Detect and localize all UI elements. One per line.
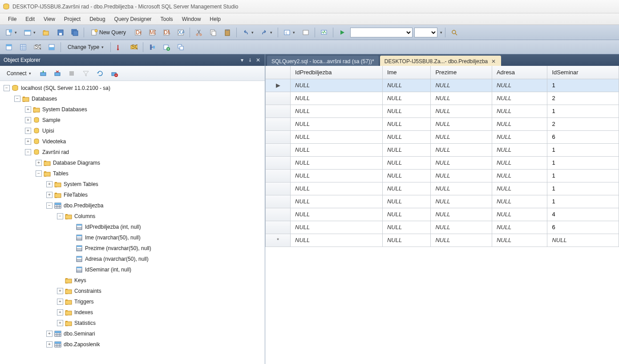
cell[interactable]: NULL bbox=[382, 169, 431, 182]
tree-zaposlenik[interactable]: +dbo.Zaposlenik bbox=[0, 339, 265, 350]
cell[interactable]: NULL bbox=[291, 195, 383, 208]
execute-sql-icon[interactable] bbox=[113, 42, 126, 53]
tree-col_id[interactable]: IdPredbiljezba (int, null) bbox=[0, 222, 265, 232]
cell[interactable]: 1 bbox=[547, 195, 619, 208]
tree-indexes[interactable]: +Indexes bbox=[0, 307, 265, 318]
cell[interactable]: NULL bbox=[492, 234, 547, 247]
cell[interactable]: NULL bbox=[291, 79, 383, 92]
cell[interactable]: 1 bbox=[547, 79, 619, 92]
expand-icon[interactable]: + bbox=[46, 181, 53, 187]
cell[interactable]: NULL bbox=[382, 143, 431, 156]
expand-icon[interactable]: + bbox=[46, 192, 53, 198]
col-header-idseminar[interactable]: IdSeminar bbox=[547, 66, 619, 79]
row-indicator[interactable] bbox=[266, 117, 291, 130]
tree-col_idsem[interactable]: IdSeminar (int, null) bbox=[0, 264, 265, 275]
delete-server-icon[interactable] bbox=[108, 68, 121, 79]
add-derived-table-icon[interactable] bbox=[174, 42, 187, 53]
tree-databases[interactable]: −Databases bbox=[0, 93, 265, 104]
show-results-pane-icon[interactable] bbox=[45, 42, 58, 53]
tree-sample[interactable]: +Sample bbox=[0, 115, 265, 125]
save-button[interactable] bbox=[54, 27, 67, 38]
redo-button[interactable]: ▾ bbox=[258, 27, 275, 38]
open-button[interactable] bbox=[40, 27, 53, 38]
row-indicator[interactable] bbox=[266, 182, 291, 195]
close-icon[interactable]: ✕ bbox=[255, 57, 261, 63]
menu-debug[interactable]: Debug bbox=[85, 14, 109, 24]
nav-back-button[interactable]: ▾ bbox=[281, 27, 298, 38]
undo-button[interactable]: ▾ bbox=[239, 27, 256, 38]
cell[interactable]: 6 bbox=[547, 130, 619, 143]
nav-fwd-button[interactable] bbox=[299, 27, 312, 38]
expand-icon[interactable]: + bbox=[25, 128, 31, 134]
cell[interactable]: NULL bbox=[492, 195, 547, 208]
table-row[interactable]: NULLNULLNULLNULL2 bbox=[266, 117, 619, 130]
cell[interactable]: NULL bbox=[492, 117, 547, 130]
dmx-query-icon[interactable]: DM bbox=[160, 27, 173, 38]
cell[interactable]: NULL bbox=[291, 169, 383, 182]
row-indicator[interactable] bbox=[266, 195, 291, 208]
show-diagram-pane-icon[interactable] bbox=[3, 42, 15, 53]
expand-icon[interactable]: + bbox=[36, 160, 42, 166]
change-type-button[interactable]: Change Type▾ bbox=[64, 42, 108, 52]
table-row[interactable]: NULLNULLNULLNULL1 bbox=[266, 105, 619, 117]
pin-icon[interactable] bbox=[247, 57, 253, 63]
cell[interactable]: NULL bbox=[382, 208, 431, 221]
table-row[interactable]: NULLNULLNULLNULL6 bbox=[266, 221, 619, 234]
cell[interactable]: NULL bbox=[492, 221, 547, 234]
tree-statistics[interactable]: +Statistics bbox=[0, 318, 265, 328]
cell[interactable]: NULL bbox=[382, 79, 431, 92]
cell[interactable]: NULL bbox=[492, 169, 547, 182]
table-row[interactable]: NULLNULLNULLNULL1 bbox=[266, 156, 619, 169]
row-indicator[interactable] bbox=[266, 221, 291, 234]
cell[interactable]: 2 bbox=[547, 117, 619, 130]
connect-server-icon[interactable] bbox=[37, 68, 49, 79]
document-tab-1[interactable]: DESKTOP-IJ5SBU8.Za...- dbo.Predbiljezba✕ bbox=[380, 56, 502, 66]
mdx-query-icon[interactable]: MD bbox=[146, 27, 158, 38]
filter-icon[interactable] bbox=[80, 68, 92, 79]
menu-edit[interactable]: Edit bbox=[21, 14, 39, 24]
cell[interactable]: NULL bbox=[382, 182, 431, 195]
cell[interactable]: NULL bbox=[291, 234, 383, 247]
table-row[interactable]: NULLNULLNULLNULL1 bbox=[266, 182, 619, 195]
cell[interactable]: 1 bbox=[547, 143, 619, 156]
start-debug-icon[interactable] bbox=[336, 27, 348, 38]
cell[interactable]: NULL bbox=[291, 156, 383, 169]
col-header-idpredbiljezba[interactable]: IdPredbiljezba bbox=[291, 66, 383, 79]
new-tab-button[interactable]: ▾ bbox=[21, 27, 38, 38]
table-row[interactable]: NULLNULLNULLNULL1 bbox=[266, 195, 619, 208]
verify-sql-icon[interactable]: SQL bbox=[128, 42, 140, 53]
table-row[interactable]: NULLNULLNULLNULL1 bbox=[266, 169, 619, 182]
cell[interactable]: 1 bbox=[547, 169, 619, 182]
row-indicator[interactable] bbox=[266, 130, 291, 143]
table-row[interactable]: *NULLNULLNULLNULLNULL bbox=[266, 234, 619, 247]
expand-icon[interactable]: + bbox=[57, 320, 63, 326]
row-indicator[interactable] bbox=[266, 208, 291, 221]
row-header-corner[interactable] bbox=[266, 66, 291, 79]
cell[interactable]: 4 bbox=[547, 208, 619, 221]
cell[interactable]: NULL bbox=[382, 105, 431, 117]
cell[interactable]: NULL bbox=[492, 92, 547, 105]
tree-view[interactable]: −localhost (SQL Server 11.0.2100 - sa)−D… bbox=[0, 81, 265, 364]
row-indicator[interactable] bbox=[266, 156, 291, 169]
cell[interactable]: NULL bbox=[492, 130, 547, 143]
cell[interactable]: NULL bbox=[382, 195, 431, 208]
copy-button[interactable] bbox=[207, 27, 219, 38]
add-group-by-icon[interactable] bbox=[146, 42, 158, 53]
cell[interactable]: NULL bbox=[291, 130, 383, 143]
collapse-icon[interactable]: − bbox=[14, 96, 20, 102]
cell[interactable]: NULL bbox=[431, 169, 492, 182]
menu-file[interactable]: File bbox=[4, 14, 21, 24]
table-row[interactable]: NULLNULLNULLNULL6 bbox=[266, 130, 619, 143]
tree-col_prezime[interactable]: Prezime (nvarchar(50), null) bbox=[0, 243, 265, 254]
col-header-ime[interactable]: Ime bbox=[382, 66, 431, 79]
tree-tables[interactable]: −Tables bbox=[0, 168, 265, 179]
cell[interactable]: NULL bbox=[431, 156, 492, 169]
expand-icon[interactable]: + bbox=[46, 341, 53, 348]
tree-filetables[interactable]: +FileTables bbox=[0, 190, 265, 200]
cell[interactable]: NULL bbox=[492, 182, 547, 195]
cell[interactable]: NULL bbox=[382, 117, 431, 130]
stop-icon[interactable] bbox=[65, 68, 78, 79]
new-query-button[interactable]: New Query bbox=[87, 27, 130, 38]
menu-window[interactable]: Window bbox=[178, 14, 206, 24]
tree-seminari[interactable]: +dbo.Seminari bbox=[0, 328, 265, 339]
